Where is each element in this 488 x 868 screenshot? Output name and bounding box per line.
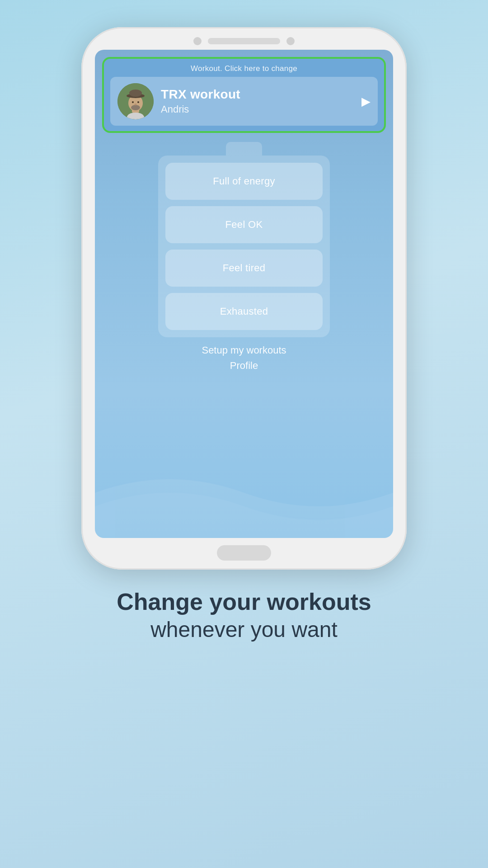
workout-chevron-icon: ▶ <box>361 94 371 108</box>
energy-option-tired[interactable]: Feel tired <box>165 250 323 287</box>
wave-background <box>95 457 393 538</box>
tagline-section: Change your workouts whenever you want <box>80 588 407 644</box>
workout-user: Andris <box>161 104 354 115</box>
svg-point-7 <box>132 101 134 103</box>
energy-option-exhausted[interactable]: Exhausted <box>165 293 323 330</box>
svg-point-9 <box>135 104 137 105</box>
speaker-bar <box>208 38 280 44</box>
svg-point-8 <box>137 101 139 103</box>
phone-screen: Workout. Click here to change <box>95 50 393 538</box>
tagline-line1: Change your workouts <box>117 588 371 616</box>
avatar <box>117 83 154 119</box>
tagline-line2: whenever you want <box>117 616 371 644</box>
battery-tip <box>226 142 262 156</box>
bottom-links: Setup my workouts Profile <box>202 337 286 381</box>
battery-container: Full of energy Feel OK Feel tired Exhaus… <box>158 142 330 337</box>
workout-header-main[interactable]: TRX workout Andris ▶ <box>110 77 378 126</box>
energy-option-ok[interactable]: Feel OK <box>165 206 323 243</box>
workout-title: TRX workout <box>161 87 354 102</box>
svg-point-5 <box>129 90 142 97</box>
energy-option-full[interactable]: Full of energy <box>165 163 323 200</box>
home-button[interactable] <box>217 545 271 561</box>
setup-workouts-link[interactable]: Setup my workouts <box>202 344 286 356</box>
workout-info: TRX workout Andris <box>161 87 354 115</box>
phone-top-bar <box>81 27 407 50</box>
phone-shell: Workout. Click here to change <box>81 27 407 570</box>
battery-body: Full of energy Feel OK Feel tired Exhaus… <box>158 156 330 337</box>
avatar-svg <box>117 83 154 119</box>
sensor-dot <box>286 37 295 45</box>
svg-point-6 <box>131 105 140 110</box>
workout-header-card[interactable]: Workout. Click here to change <box>102 57 386 133</box>
profile-link[interactable]: Profile <box>230 360 258 372</box>
workout-click-hint: Workout. Click here to change <box>110 64 378 73</box>
energy-section: Full of energy Feel OK Feel tired Exhaus… <box>95 133 393 538</box>
camera-dot <box>193 37 202 45</box>
